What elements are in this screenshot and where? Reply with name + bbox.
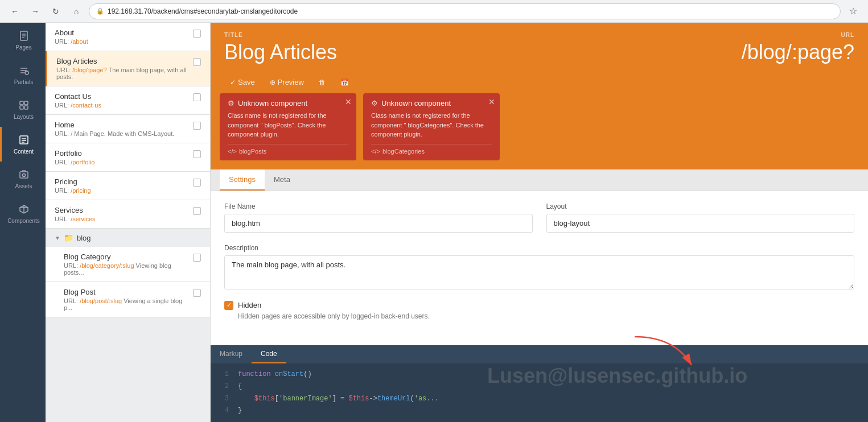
page-portfolio-checkbox[interactable] xyxy=(193,150,201,158)
folder-header-blog[interactable]: ▼ 📁 blog xyxy=(46,229,210,247)
line-num-1: 1 xyxy=(220,369,229,381)
delete-button[interactable]: 🗑 xyxy=(313,76,331,89)
forward-button[interactable]: → xyxy=(27,3,43,19)
page-header-titles: Blog Articles /blog/:page? xyxy=(224,40,854,64)
sidebar-item-components[interactable]: Components xyxy=(0,196,46,231)
page-services-checkbox[interactable] xyxy=(193,207,201,215)
save-label: Save xyxy=(238,78,255,86)
svg-rect-7 xyxy=(20,106,23,109)
sidebar-item-layouts[interactable]: Layouts xyxy=(0,92,46,127)
save-icon: ✓ xyxy=(230,78,236,86)
page-item-about[interactable]: About URL: /about xyxy=(46,23,210,51)
component-card-2: ⚙ Unknown component ✕ Class name is not … xyxy=(363,93,500,160)
page-item-blog-post[interactable]: Blog Post URL: /blog/post/:slug Viewing … xyxy=(46,282,210,317)
page-portfolio-url: URL: /portfolio xyxy=(55,159,188,166)
line-num-3: 3 xyxy=(220,393,229,406)
form-group-description: Description The main blog page, with all… xyxy=(224,244,854,289)
page-blog-post-name: Blog Post xyxy=(64,288,188,296)
address-bar[interactable]: 🔒 192.168.31.70/backend/cms#secondarytab… xyxy=(89,3,841,19)
page-item-portfolio-content: Portfolio URL: /portfolio xyxy=(55,149,188,166)
component-card-2-name: blogCategories xyxy=(382,148,425,155)
sidebar-item-content[interactable]: Content xyxy=(0,127,46,162)
url-label: URL xyxy=(841,32,854,38)
component-card-1-footer: </> blogPosts xyxy=(228,144,348,155)
component-card-2-header: ⚙ Unknown component xyxy=(371,99,492,107)
page-services-name: Services xyxy=(55,206,188,214)
tab-settings-label: Settings xyxy=(229,175,256,184)
preview-icon: ⊕ xyxy=(270,78,275,86)
page-item-pricing[interactable]: Pricing URL: /pricing xyxy=(46,172,210,200)
description-textarea[interactable]: The main blog page, with all posts. xyxy=(224,255,854,289)
folder-name-blog: blog xyxy=(77,234,91,242)
browser-bar: ← → ↻ ⌂ 🔒 192.168.31.70/backend/cms#seco… xyxy=(0,0,868,23)
line-code-3: $this['bannerImage'] = $this->themeUrl('… xyxy=(238,393,859,406)
preview-button[interactable]: ⊕ Preview xyxy=(264,76,310,89)
line-code-1: function onStart() xyxy=(238,369,859,381)
code-line-2: 2 { xyxy=(220,380,859,393)
page-item-home-content: Home URL: / Main Page. Made with CMS-Lay… xyxy=(55,121,188,137)
page-about-checkbox[interactable] xyxy=(193,30,201,38)
bookmark-button[interactable]: ☆ xyxy=(845,3,861,19)
form-group-filename: File Name xyxy=(224,202,533,233)
page-blog-category-checkbox[interactable] xyxy=(193,254,201,262)
security-icon: 🔒 xyxy=(96,7,104,15)
check-icon: ✓ xyxy=(227,301,232,309)
components-icon xyxy=(18,203,30,216)
assets-icon xyxy=(18,168,30,181)
file-name-input[interactable] xyxy=(224,214,533,233)
settings-panel: File Name Layout Description The main bl… xyxy=(211,191,868,345)
code-editor-tabs: Markup Code xyxy=(211,345,868,364)
title-label: TITLE xyxy=(224,32,243,38)
hidden-label: Hidden xyxy=(238,301,261,309)
page-contact-us-checkbox[interactable] xyxy=(193,93,201,101)
hidden-checkbox[interactable]: ✓ xyxy=(224,301,233,310)
component-card-2-close[interactable]: ✕ xyxy=(488,98,495,106)
tab-meta-label: Meta xyxy=(274,175,290,184)
hidden-description: Hidden pages are accessible only by logg… xyxy=(238,312,854,320)
page-item-services[interactable]: Services URL: /services xyxy=(46,200,210,229)
page-blog-post-checkbox[interactable] xyxy=(193,289,201,297)
component-card-1: ⚙ Unknown component ✕ Class name is not … xyxy=(220,93,356,160)
description-label: Description xyxy=(224,244,854,252)
page-blog-articles-url: URL: /blog/:page? The main blog page, wi… xyxy=(56,67,188,80)
code-tab-markup[interactable]: Markup xyxy=(211,345,252,363)
svg-rect-6 xyxy=(24,101,28,105)
page-item-services-content: Services URL: /services xyxy=(55,206,188,222)
page-item-portfolio[interactable]: Portfolio URL: /portfolio xyxy=(46,143,210,172)
page-item-blog-category[interactable]: Blog Category URL: /blog/category/:slug … xyxy=(46,247,210,282)
folder-icon: 📁 xyxy=(64,233,73,242)
tab-meta[interactable]: Meta xyxy=(265,169,299,191)
page-item-blog-articles[interactable]: Blog Articles URL: /blog/:page? The main… xyxy=(46,51,210,86)
page-item-home[interactable]: Home URL: / Main Page. Made with CMS-Lay… xyxy=(46,115,210,143)
page-item-blog-post-content: Blog Post URL: /blog/post/:slug Viewing … xyxy=(64,288,188,311)
component-card-1-header: ⚙ Unknown component xyxy=(228,99,348,107)
page-blog-category-url: URL: /blog/category/:slug Viewing blog p… xyxy=(64,262,188,276)
page-item-contact-us[interactable]: Contact Us URL: /contact-us xyxy=(46,86,210,115)
page-item-blog-category-content: Blog Category URL: /blog/category/:slug … xyxy=(64,253,188,276)
page-pricing-checkbox[interactable] xyxy=(193,179,201,187)
layouts-label: Layouts xyxy=(14,114,34,120)
schedule-button[interactable]: 📅 xyxy=(335,76,355,89)
svg-rect-9 xyxy=(20,136,28,144)
sidebar-item-pages[interactable]: Pages xyxy=(0,23,46,57)
save-button[interactable]: ✓ Save xyxy=(224,76,261,89)
page-pricing-url: URL: /pricing xyxy=(55,187,188,194)
components-label: Components xyxy=(7,218,40,224)
page-home-checkbox[interactable] xyxy=(193,122,201,130)
page-item-about-content: About URL: /about xyxy=(55,28,188,45)
layout-input[interactable] xyxy=(546,214,855,233)
layout-label: Layout xyxy=(546,202,855,210)
component-card-1-close[interactable]: ✕ xyxy=(345,98,352,106)
sidebar-item-partials[interactable]: Partials xyxy=(0,57,46,92)
component-card-1-title: Unknown component xyxy=(238,99,307,107)
hidden-checkbox-row[interactable]: ✓ Hidden xyxy=(224,301,854,310)
sidebar-item-assets[interactable]: Assets xyxy=(0,162,46,196)
form-row-filename-layout: File Name Layout xyxy=(224,202,854,233)
back-button[interactable]: ← xyxy=(7,3,23,19)
code-tab-code[interactable]: Code xyxy=(252,345,286,363)
reload-button[interactable]: ↻ xyxy=(48,3,64,19)
tab-settings[interactable]: Settings xyxy=(220,169,265,191)
app-container: Pages Partials Layouts Content Assets xyxy=(0,23,868,422)
home-button[interactable]: ⌂ xyxy=(68,3,84,19)
page-blog-articles-checkbox[interactable] xyxy=(193,58,201,66)
